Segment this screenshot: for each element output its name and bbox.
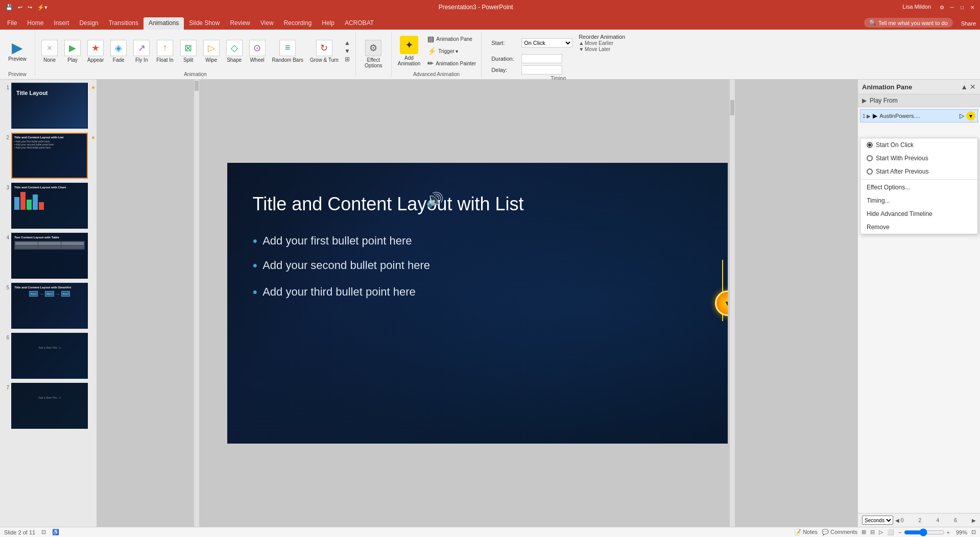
slide-item-4[interactable]: 4 Two Content Layout with Table	[2, 232, 94, 280]
animation-scroll-down[interactable]: ▼	[343, 47, 351, 55]
slide-thumb-6[interactable]: Add a Slide Title - 1	[11, 333, 88, 379]
grow-turn-button[interactable]: ↻ Grow & Turn	[307, 38, 342, 65]
slide-thumb-7[interactable]: Add a Slide Title - 2	[11, 383, 88, 429]
advanced-animation-label: Advanced Animation	[413, 71, 460, 77]
anim-item-play-icon: ▶	[873, 112, 877, 119]
preview-button[interactable]: ▶ Preview	[3, 39, 32, 64]
ctx-effect-options[interactable]: Effect Options...	[861, 181, 977, 194]
delay-input[interactable]: 00.00	[521, 65, 562, 75]
tab-animations[interactable]: Animations	[144, 17, 184, 30]
slide-thumb-2[interactable]: Title and Content Layout with List • Add…	[11, 133, 88, 179]
slide-thumb-1[interactable]: Title Layout	[11, 83, 88, 129]
zoom-slider[interactable]	[904, 528, 945, 536]
duration-input[interactable]: Auto	[521, 54, 562, 63]
user-name: Lisa Mildon	[902, 4, 931, 11]
tab-recording[interactable]: Recording	[279, 17, 317, 30]
zoom-level: 99%	[952, 529, 967, 535]
none-button[interactable]: ✕ None	[38, 38, 61, 65]
play-animation-button[interactable]: ▶ Play	[61, 38, 84, 65]
animation-painter-button[interactable]: ✏ Animation Painter	[425, 58, 478, 69]
tab-design[interactable]: Design	[74, 17, 103, 30]
slide-canvas: Title and Content Layout with List ● Add…	[227, 163, 728, 444]
float-in-button[interactable]: ↑ Float In	[153, 38, 176, 65]
slide-item-1[interactable]: 1 Title Layout ★	[2, 82, 94, 130]
slide-item-5[interactable]: 5 Title and Content Layout with SmartArt…	[2, 282, 94, 330]
tab-transitions[interactable]: Transitions	[104, 17, 144, 30]
slide-item-7[interactable]: 7 Add a Slide Title - 2	[2, 382, 94, 430]
tell-me-input[interactable]: 🔍 Tell me what you want to do	[864, 18, 953, 28]
zoom-control[interactable]: − + 99%	[898, 528, 967, 536]
right-scrollbar[interactable]	[730, 80, 735, 527]
view-slide-sorter-button[interactable]: ⊟	[870, 529, 875, 535]
slide-item-6[interactable]: 6 Add a Slide Title - 1	[2, 332, 94, 380]
anim-item-number: 1 ▶	[863, 113, 871, 119]
slide-thumb-5[interactable]: Title and Content Layout with SmartArt S…	[11, 283, 88, 329]
ctx-timing[interactable]: Timing...	[861, 194, 977, 207]
appear-button[interactable]: ★ Appear	[84, 38, 107, 65]
close-button[interactable]: ✕	[969, 4, 976, 11]
settings-icon[interactable]: ⚙	[938, 4, 945, 11]
animation-pane-button[interactable]: ▤ Animation Pane	[425, 33, 478, 44]
fade-button[interactable]: ◈ Fade	[107, 38, 130, 65]
tab-review[interactable]: Review	[225, 17, 255, 30]
move-later-button[interactable]: ▼ Move Later	[579, 46, 625, 52]
left-scrollbar[interactable]	[194, 80, 199, 527]
tab-view[interactable]: View	[255, 17, 279, 30]
view-normal-button[interactable]: ⊞	[862, 529, 866, 535]
trigger-button[interactable]: ⚡ Trigger ▾	[425, 45, 478, 57]
tab-file[interactable]: File	[2, 17, 22, 30]
pane-close-button[interactable]: ✕	[970, 83, 976, 91]
slide-item-3[interactable]: 3 Title and Content Layout with Chart	[2, 182, 94, 230]
tab-home[interactable]: Home	[22, 17, 49, 30]
shape-button[interactable]: ◇ Shape	[223, 38, 246, 65]
animation-scroll-up[interactable]: ▲	[343, 39, 351, 46]
ctx-start-after-previous[interactable]: Start After Previous	[861, 165, 977, 178]
save-icon[interactable]: 💾	[4, 4, 14, 11]
animation-pane-header: Animation Pane ▲ ✕	[858, 80, 980, 94]
wheel-button[interactable]: ⊙ Wheel	[246, 38, 269, 65]
ctx-remove[interactable]: Remove	[861, 221, 977, 234]
random-bars-button[interactable]: ≡ Random Bars	[269, 38, 306, 65]
notes-button[interactable]: 📝 Notes	[794, 529, 818, 535]
share-button[interactable]: Share	[957, 20, 980, 30]
slide-thumb-4[interactable]: Two Content Layout with Table	[11, 233, 88, 279]
animation-item-1[interactable]: 1 ▶ ▶ AustinPowers.... ▷ ▼	[860, 109, 978, 123]
animation-more[interactable]: ⊞	[343, 56, 351, 63]
view-slideshow-button[interactable]: ⬜	[887, 529, 894, 535]
add-animation-button[interactable]: ✦ AddAnimation	[395, 34, 423, 68]
tab-insert[interactable]: Insert	[49, 17, 74, 30]
comments-button[interactable]: 💬 Comments	[822, 529, 857, 535]
ctx-start-with-previous[interactable]: Start With Previous	[861, 152, 977, 165]
fit-to-window-button[interactable]: ⊡	[971, 529, 976, 535]
minimize-button[interactable]: ─	[948, 4, 955, 11]
tab-help[interactable]: Help	[317, 17, 340, 30]
tab-acrobat[interactable]: ACROBAT	[340, 17, 379, 30]
anim-dropdown-button[interactable]: ▼	[966, 111, 975, 120]
ctx-start-on-click[interactable]: Start On Click	[861, 138, 977, 152]
play-from-bar[interactable]: ▶ Play From	[858, 94, 980, 107]
redo-icon[interactable]: ↪	[26, 4, 34, 11]
window-controls[interactable]: Lisa Mildon ⚙ ─ □ ✕	[902, 4, 976, 11]
view-reading-button[interactable]: ▷	[879, 529, 883, 535]
timeline-unit-select[interactable]: Seconds	[862, 516, 893, 525]
slide-item-2[interactable]: 2 Title and Content Layout with List • A…	[2, 132, 94, 180]
customize-icon[interactable]: ⚡▾	[36, 4, 49, 11]
tab-slideshow[interactable]: Slide Show	[184, 17, 225, 30]
animation-list: 1 ▶ ▶ AustinPowers.... ▷ ▼ Start On Clic…	[858, 107, 980, 513]
zoom-out-icon[interactable]: −	[898, 529, 901, 535]
undo-icon[interactable]: ↩	[16, 4, 24, 11]
slide-thumb-3[interactable]: Title and Content Layout with Chart	[11, 183, 88, 229]
start-dropdown[interactable]: On Click With Previous After Previous	[521, 38, 572, 47]
split-button[interactable]: ⊠ Split	[177, 38, 200, 65]
effect-options-button[interactable]: ⚙ EffectOptions	[362, 38, 385, 70]
reorder-animation-label: Reorder Animation	[579, 34, 625, 40]
move-earlier-button[interactable]: ▲ Move Earlier	[579, 40, 625, 46]
status-bar: Slide 2 of 11 ⊡ ♿ 📝 Notes 💬 Comments ⊞ ⊟…	[0, 527, 980, 537]
ctx-hide-timeline[interactable]: Hide Advanced Timeline	[861, 207, 977, 221]
fly-in-button[interactable]: ↗ Fly In	[130, 38, 153, 65]
zoom-in-icon[interactable]: +	[947, 529, 950, 535]
restore-button[interactable]: □	[959, 4, 966, 11]
quick-access-toolbar[interactable]: 💾 ↩ ↪ ⚡▾	[4, 4, 49, 11]
pane-expand-button[interactable]: ▲	[961, 83, 968, 91]
wipe-button[interactable]: ▷ Wipe	[200, 38, 223, 65]
